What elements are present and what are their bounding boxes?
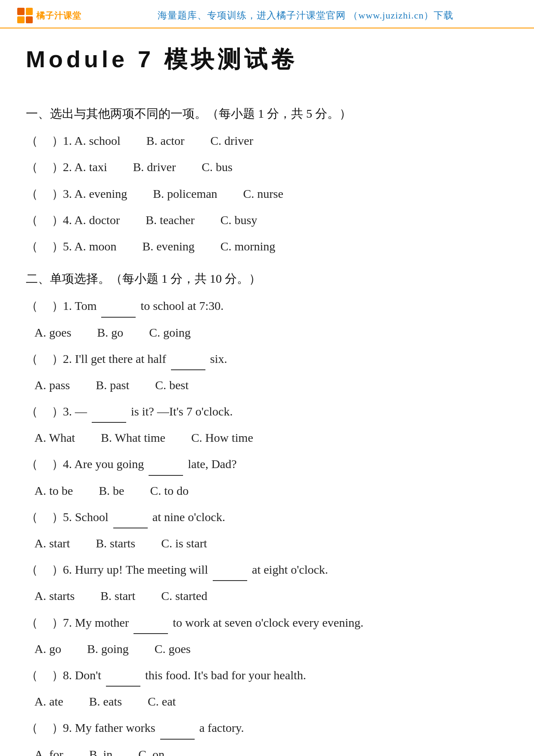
- blank-s2q4: [149, 475, 183, 476]
- blank-s2q7: [134, 633, 168, 634]
- section2-title: 二、单项选择。（每小题 1 分，共 10 分。）: [26, 267, 508, 290]
- logo-sq-4: [26, 16, 33, 24]
- s2-q4: （ ） 4. Are you going late, Dad?: [26, 453, 508, 475]
- header-slogan: 海量题库、专项训练，进入橘子汁课堂官网 （www.juzizhi.cn）下载: [94, 9, 517, 22]
- q-opt-c: C. driver: [210, 129, 253, 152]
- s1-q4: （ ） 4. A. doctor B. teacher C. busy: [26, 209, 508, 231]
- s2-q2-options: A. pass B. past C. best: [34, 374, 508, 397]
- s1-q3: （ ） 3. A. evening B. policeman C. nurse: [26, 182, 508, 205]
- logo-sq-2: [26, 8, 33, 15]
- paren-space: [35, 129, 52, 152]
- s2-q6-options: A. starts B. start C. started: [34, 584, 508, 607]
- s1-q2: （ ） 2. A. taxi B. driver C. bus: [26, 156, 508, 178]
- logo-icon: [17, 8, 33, 23]
- paren-open: （: [26, 129, 35, 152]
- s2-q1-options: A. goes B. go C. going: [34, 321, 508, 344]
- s2-q1: （ ） 1. Tom to school at 7:30.: [26, 294, 508, 317]
- section1-title: 一、选出与其他两项不同的一项。（每小题 1 分，共 5 分。）: [26, 102, 508, 125]
- blank-s2q2: [171, 369, 205, 370]
- header: 橘子汁课堂 海量题库、专项训练，进入橘子汁课堂官网 （www.juzizhi.c…: [0, 0, 534, 28]
- q-num: 2. A. taxi: [63, 156, 107, 178]
- logo-sq-1: [17, 8, 25, 15]
- blank-s2q8: [106, 686, 140, 687]
- blank-s2q6: [213, 580, 247, 581]
- s2-q2: （ ） 2. I'll get there at half six.: [26, 347, 508, 370]
- logo-text: 橘子汁课堂: [36, 10, 81, 22]
- s1-q5: （ ） 5. A. moon B. evening C. morning: [26, 235, 508, 258]
- s2-q5-options: A. start B. starts C. is start: [34, 532, 508, 555]
- s2-q7: （ ） 7. My mother to work at seven o'cloc…: [26, 611, 508, 634]
- s2-q8-options: A. ate B. eats C. eat: [34, 690, 508, 713]
- s2-q6: （ ） 6. Hurry up! The meeting will at eig…: [26, 558, 508, 581]
- s2-q3: （ ） 3. — is it? —It's 7 o'clock.: [26, 400, 508, 423]
- s2-q9: （ ） 9. My father works a factory.: [26, 716, 508, 739]
- main-title: Module 7 模块测试卷: [26, 44, 508, 75]
- blank-s2q9: [160, 739, 195, 740]
- q-opt-b: B. actor: [146, 129, 185, 152]
- logo: 橘子汁课堂: [17, 8, 81, 23]
- paren-close: ）: [52, 129, 61, 152]
- logo-sq-3: [17, 16, 25, 24]
- s1-q1: （ ） 1. A. school B. actor C. driver: [26, 129, 508, 152]
- blank-s2q3: [92, 422, 126, 423]
- blank-s2q1: [101, 317, 136, 318]
- q-num: 1. A. school: [63, 129, 121, 152]
- content: 一、选出与其他两项不同的一项。（每小题 1 分，共 5 分。） （ ） 1. A…: [0, 102, 534, 756]
- title-section: Module 7 模块测试卷: [0, 28, 534, 94]
- blank-s2q5: [113, 528, 148, 528]
- s2-q8: （ ） 8. Don't this food. It's bad for you…: [26, 664, 508, 687]
- s2-q3-options: A. What B. What time C. How time: [34, 426, 508, 449]
- s2-q5: （ ） 5. School at nine o'clock.: [26, 506, 508, 528]
- s2-q7-options: A. go B. going C. goes: [34, 637, 508, 660]
- s2-q9-options: A. for B. in C. on: [34, 743, 508, 756]
- s2-q4-options: A. to be B. be C. to do: [34, 479, 508, 502]
